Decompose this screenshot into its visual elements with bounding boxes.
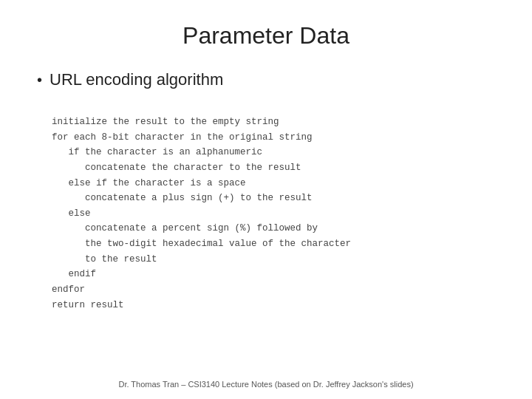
bullet-text: URL encoding algorithm xyxy=(50,70,223,89)
slide-title: Parameter Data xyxy=(183,22,349,50)
bullet-section: • URL encoding algorithm initialize the … xyxy=(37,70,495,318)
bullet-dot: • xyxy=(37,72,42,89)
bullet-item: • URL encoding algorithm xyxy=(37,70,223,89)
code-block: initialize the result to the empty strin… xyxy=(37,109,495,318)
footer-text: Dr. Thomas Tran – CSI3140 Lecture Notes … xyxy=(0,380,532,389)
code-pre: initialize the result to the empty strin… xyxy=(52,115,495,313)
slide-container: Parameter Data • URL encoding algorithm … xyxy=(0,0,532,399)
